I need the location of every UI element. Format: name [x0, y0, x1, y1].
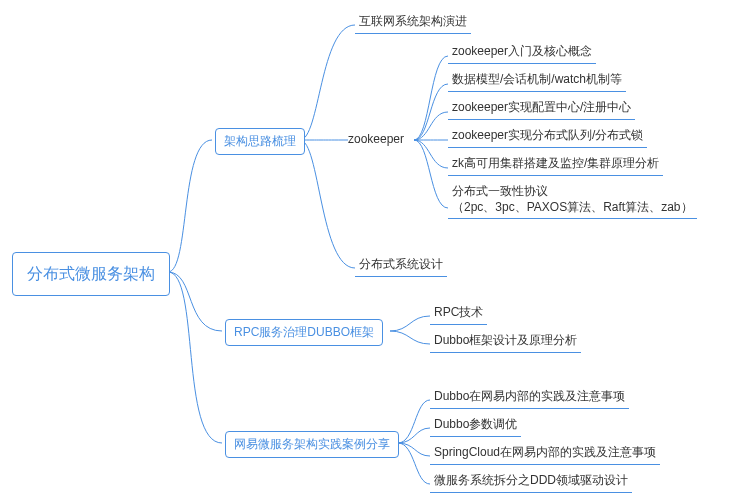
leaf-distributed-system-design: 分布式系统设计 [355, 255, 447, 277]
leaf-zk-config-registry: zookeeper实现配置中心/注册中心 [448, 98, 635, 120]
branch-rpc-dubbo[interactable]: RPC服务治理DUBBO框架 [225, 319, 383, 346]
branch-arch-thinking[interactable]: 架构思路梳理 [215, 128, 305, 155]
connector-lines [0, 0, 755, 500]
leaf-rpc-tech: RPC技术 [430, 303, 487, 325]
leaf-zk-data-model: 数据模型/会话机制/watch机制等 [448, 70, 626, 92]
consistency-line1: 分布式一致性协议 [452, 184, 548, 198]
leaf-zk-ha-cluster: zk高可用集群搭建及监控/集群原理分析 [448, 154, 663, 176]
leaf-consistency-protocol: 分布式一致性协议 （2pc、3pc、PAXOS算法、Raft算法、zab） [448, 182, 697, 219]
leaf-dubbo-netease-practice: Dubbo在网易内部的实践及注意事项 [430, 387, 629, 409]
sub-zookeeper: zookeeper [348, 132, 404, 146]
branch-netease-case[interactable]: 网易微服务架构实践案例分享 [225, 431, 399, 458]
leaf-zk-intro: zookeeper入门及核心概念 [448, 42, 596, 64]
leaf-dubbo-tuning: Dubbo参数调优 [430, 415, 521, 437]
leaf-ddd: 微服务系统拆分之DDD领域驱动设计 [430, 471, 632, 493]
leaf-zk-queue-lock: zookeeper实现分布式队列/分布式锁 [448, 126, 647, 148]
leaf-springcloud-netease: SpringCloud在网易内部的实践及注意事项 [430, 443, 660, 465]
root-node[interactable]: 分布式微服务架构 [12, 252, 170, 296]
consistency-line2: （2pc、3pc、PAXOS算法、Raft算法、zab） [452, 200, 693, 214]
leaf-internet-arch-evolution: 互联网系统架构演进 [355, 12, 471, 34]
leaf-dubbo-design: Dubbo框架设计及原理分析 [430, 331, 581, 353]
